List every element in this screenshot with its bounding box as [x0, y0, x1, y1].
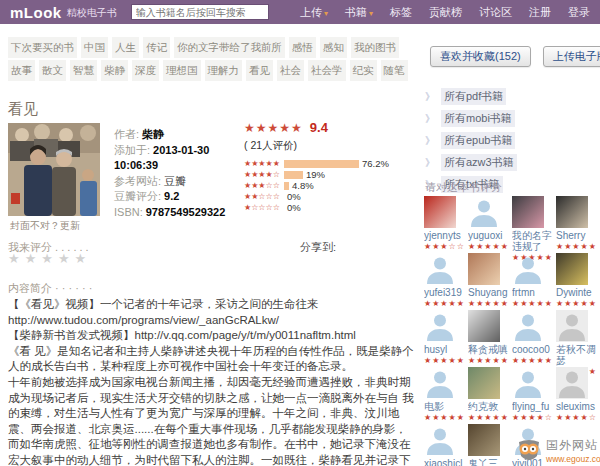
double-arrow-icon: 》 [425, 112, 435, 126]
avatar[interactable] [424, 424, 456, 456]
avatar[interactable] [556, 310, 588, 342]
tag-chip[interactable]: 中国 [81, 37, 108, 58]
rater-username[interactable]: yuguoxi [468, 230, 510, 241]
format-link[interactable]: 所有azw3书籍 [441, 154, 517, 171]
search-input[interactable] [131, 4, 269, 20]
tag-chip[interactable]: 理想国 [163, 60, 201, 81]
tag-chip[interactable]: 你的文字带给了我前所 [174, 37, 285, 58]
rater-username[interactable]: 约克敦 [468, 401, 510, 412]
avatar[interactable] [468, 196, 500, 228]
nav-item[interactable]: 书籍▾ [345, 5, 373, 20]
format-link-row: 》所有mobi书籍 [425, 110, 595, 127]
watermark: 国外网站 www.egouz.com [516, 437, 600, 464]
person-icon [424, 253, 456, 285]
tag-chip[interactable]: 看见 [246, 60, 273, 81]
tag-chip[interactable]: 纪实 [350, 60, 377, 81]
tag-chip[interactable]: 随笔 [381, 60, 408, 81]
avatar[interactable] [556, 196, 588, 228]
rater-stars-icon: ★★★★★ [512, 299, 556, 308]
tag-chip[interactable]: 故事 [8, 60, 35, 81]
nav-item[interactable]: 登录 [568, 5, 590, 20]
avatar[interactable] [556, 367, 588, 399]
distribution-percent: 0% [287, 191, 301, 202]
avatar[interactable] [424, 367, 456, 399]
rater-username[interactable]: coocoo0 [512, 344, 554, 355]
rater-username[interactable]: 释贪戒嗔 [468, 344, 510, 355]
tag-chip[interactable]: 智慧 [70, 60, 97, 81]
avatar[interactable] [512, 196, 544, 228]
rater-stars-icon: ★★★★★ [468, 356, 512, 365]
tag-chip[interactable]: 感知 [320, 37, 347, 58]
rater-username[interactable]: Sherry [556, 230, 598, 241]
site-logo[interactable]: mLook [10, 4, 62, 21]
tag-chip[interactable]: 深度 [132, 60, 159, 81]
rating-score: 9.4 [310, 120, 328, 135]
avatar[interactable] [424, 196, 456, 228]
rater-cell: 鬼丫三疯!! ★★★★☆ [468, 424, 512, 466]
format-link[interactable]: 所有pdf书籍 [441, 88, 506, 105]
rater-username[interactable]: husyl [424, 344, 466, 355]
upload-ebook-button[interactable]: 上传电子版 [543, 46, 600, 67]
book-detail-page: mLook 精校电子书 上传▾书籍▾标签贡献榜讨论区注册登录 喜欢并收藏(152… [0, 0, 600, 466]
rater-username[interactable]: 我的名字违规了 [512, 230, 554, 252]
share-label: 分享到: [300, 240, 336, 255]
favorite-button[interactable]: 喜欢并收藏(152) [430, 46, 531, 67]
cover-update-link[interactable]: 封面不对？更新 [10, 219, 80, 233]
tag-chip[interactable]: 理解力 [205, 60, 243, 81]
nav-item-label: 贡献榜 [429, 6, 462, 18]
rater-username[interactable]: frtmn [512, 287, 554, 298]
nav-item[interactable]: 标签 [390, 5, 412, 20]
distribution-bar [284, 171, 303, 179]
format-link[interactable]: 所有epub书籍 [441, 132, 515, 149]
nav-item[interactable]: 注册 [529, 5, 551, 20]
nav-menu: 上传▾书籍▾标签贡献榜讨论区注册登录 [300, 5, 590, 20]
tag-chip[interactable]: 下次要买的书 [8, 37, 77, 58]
field-value: 9787549529322 [146, 206, 226, 218]
rating-summary: ★★★★★ 9.4 ( 21人评价) ★★★★★76.2%★★★★☆19%★★★… [244, 120, 416, 213]
avatar[interactable] [512, 367, 544, 399]
avatar[interactable] [424, 310, 456, 342]
avatar[interactable] [424, 253, 456, 285]
avatar[interactable] [512, 253, 544, 285]
rater-username[interactable]: 电影 [424, 401, 466, 412]
avatar[interactable] [512, 310, 544, 342]
distribution-percent: 76.2% [362, 158, 389, 169]
tag-chip[interactable]: 传记 [143, 37, 170, 58]
tag-chip[interactable]: 散文 [39, 60, 66, 81]
rater-username[interactable]: Shuyang [468, 287, 510, 298]
person-icon [424, 367, 456, 399]
nav-item-label: 标签 [390, 6, 412, 18]
tag-chip[interactable]: 社会 [277, 60, 304, 81]
rater-username[interactable]: 若秋不凋瑟 [556, 344, 598, 366]
tag-chip[interactable]: 社会学 [308, 60, 346, 81]
avatar[interactable] [556, 253, 588, 285]
watermark-site-url: www.egouz.com [546, 454, 600, 464]
tag-chip[interactable]: 感悟 [289, 37, 316, 58]
nav-item[interactable]: 讨论区 [479, 5, 512, 20]
format-link-row: 》所有pdf书籍 [425, 88, 595, 105]
field-value: 9.2 [164, 190, 179, 202]
tag-chip[interactable]: 柴静 [101, 60, 128, 81]
rater-username[interactable]: flying_fu [512, 401, 554, 412]
tag-chip[interactable]: 人生 [112, 37, 139, 58]
nav-item[interactable]: 上传▾ [300, 5, 328, 20]
avatar[interactable] [468, 424, 500, 456]
my-rating-stars[interactable]: ★★★★★ [8, 251, 91, 266]
summary-paragraph: 【《看见》视频】一个记者的十年记录，采访之间的生命往来 [8, 297, 415, 313]
rater-cell: 电影 ★★★★★ [424, 367, 468, 424]
rater-stars-icon: ★★★★★ [556, 242, 600, 251]
rater-username[interactable]: Dywinte [556, 287, 598, 298]
rater-username[interactable]: yufei319 [424, 287, 466, 298]
rater-username[interactable]: sleuxims [556, 401, 598, 412]
avatar[interactable] [468, 253, 500, 285]
tag-chip[interactable]: 我的图书 [351, 37, 399, 58]
average-stars-icon: ★★★★★ [244, 121, 303, 135]
avatar[interactable] [468, 310, 500, 342]
book-info-row: 作者:柴静 [114, 127, 242, 143]
rater-username[interactable]: yjennyts [424, 230, 466, 241]
avatar[interactable] [468, 367, 500, 399]
format-link[interactable]: 所有mobi书籍 [441, 110, 515, 127]
rater-username[interactable]: xiaoshicl [424, 458, 466, 466]
nav-item[interactable]: 贡献榜 [429, 5, 462, 20]
rater-username[interactable]: 鬼丫三疯!! [468, 458, 510, 466]
